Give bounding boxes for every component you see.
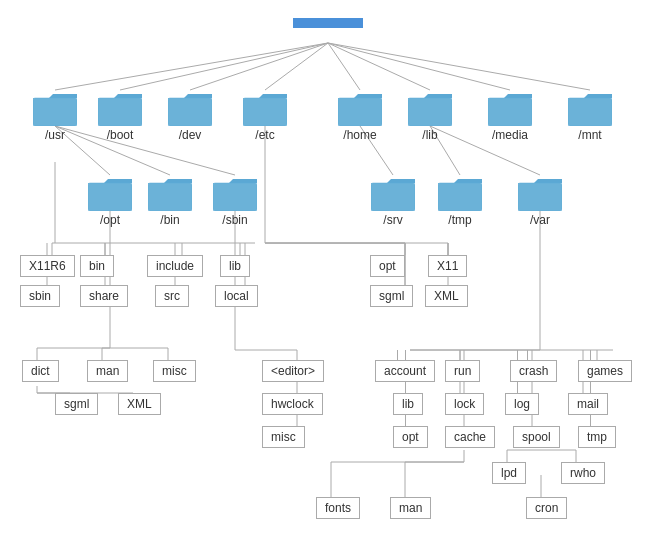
box-share: share [80, 285, 128, 307]
folder-icon-sbin [213, 175, 257, 211]
svg-rect-96 [488, 98, 532, 126]
box-lock: lock [445, 393, 484, 415]
box-dict: dict [22, 360, 59, 382]
svg-rect-114 [438, 183, 482, 211]
folder-bin: /bin [148, 175, 192, 227]
folder-label-sbin: /sbin [222, 213, 247, 227]
folder-label-media: /media [492, 128, 528, 142]
svg-rect-105 [148, 183, 192, 211]
folder-icon-var [518, 175, 562, 211]
box-cache: cache [445, 426, 495, 448]
svg-rect-99 [568, 98, 612, 126]
folder-icon-media [488, 90, 532, 126]
folder-label-bin: /bin [160, 213, 179, 227]
folder-label-boot: /boot [107, 128, 134, 142]
box-account: account [375, 360, 435, 382]
folder-dev: /dev [168, 90, 212, 142]
folder-icon-boot [98, 90, 142, 126]
folder-media: /media [488, 90, 532, 142]
box-log: log [505, 393, 539, 415]
box-bin2: bin [80, 255, 114, 277]
box-cron: cron [526, 497, 567, 519]
svg-line-2 [190, 43, 328, 90]
folder-label-srv: /srv [383, 213, 402, 227]
box-rwho: rwho [561, 462, 605, 484]
svg-line-4 [328, 43, 360, 90]
box-opt2: opt [370, 255, 405, 277]
svg-line-5 [328, 43, 430, 90]
svg-rect-117 [518, 183, 562, 211]
svg-line-0 [55, 43, 328, 90]
folder-label-var: /var [530, 213, 550, 227]
folder-icon-dev [168, 90, 212, 126]
box-mail: mail [568, 393, 608, 415]
box-spool: spool [513, 426, 560, 448]
folder-boot: /boot [98, 90, 142, 142]
box-tmp2: tmp [578, 426, 616, 448]
box-man2: man [390, 497, 431, 519]
folder-etc: /etc [243, 90, 287, 142]
folder-usr: /usr [33, 90, 77, 142]
folder-label-mnt: /mnt [578, 128, 601, 142]
box-lib2: lib [220, 255, 250, 277]
folder-tmp: /tmp [438, 175, 482, 227]
box-run: run [445, 360, 480, 382]
box-src: src [155, 285, 189, 307]
box-crash: crash [510, 360, 557, 382]
box-local: local [215, 285, 258, 307]
svg-rect-90 [338, 98, 382, 126]
box-hwclock: hwclock [262, 393, 323, 415]
folder-icon-etc [243, 90, 287, 126]
svg-rect-78 [33, 98, 77, 126]
folder-icon-home [338, 90, 382, 126]
svg-rect-84 [168, 98, 212, 126]
folder-sbin: /sbin [213, 175, 257, 227]
svg-rect-81 [98, 98, 142, 126]
box-games: games [578, 360, 632, 382]
box-misc: misc [153, 360, 196, 382]
folder-label-home: /home [343, 128, 376, 142]
folder-label-opt: /opt [100, 213, 120, 227]
svg-line-7 [328, 43, 590, 90]
box-include: include [147, 255, 203, 277]
svg-rect-108 [213, 183, 257, 211]
tree-container: /usr /boot /dev /etc /home /lib /media [0, 0, 669, 559]
box-misc2: misc [262, 426, 305, 448]
folder-icon-lib [408, 90, 452, 126]
folder-label-etc: /etc [255, 128, 274, 142]
box-man: man [87, 360, 128, 382]
box-opt3: opt [393, 426, 428, 448]
folder-lib: /lib [408, 90, 452, 142]
folder-label-dev: /dev [179, 128, 202, 142]
box-lib3: lib [393, 393, 423, 415]
folder-icon-usr [33, 90, 77, 126]
box-sbin2: sbin [20, 285, 60, 307]
box-X11: X11 [428, 255, 467, 277]
root-node [293, 18, 363, 28]
folder-mnt: /mnt [568, 90, 612, 142]
box-lpd: lpd [492, 462, 526, 484]
folder-var: /var [518, 175, 562, 227]
svg-rect-93 [408, 98, 452, 126]
box-XML2: XML [118, 393, 161, 415]
folder-icon-opt [88, 175, 132, 211]
folder-icon-mnt [568, 90, 612, 126]
folder-label-usr: /usr [45, 128, 65, 142]
folder-opt: /opt [88, 175, 132, 227]
box-sgml: sgml [370, 285, 413, 307]
folder-icon-bin [148, 175, 192, 211]
folder-icon-tmp [438, 175, 482, 211]
box-sgml2: sgml [55, 393, 98, 415]
folder-label-tmp: /tmp [448, 213, 471, 227]
svg-rect-111 [371, 183, 415, 211]
svg-line-6 [328, 43, 510, 90]
svg-rect-87 [243, 98, 287, 126]
svg-rect-102 [88, 183, 132, 211]
folder-home: /home [338, 90, 382, 142]
box-XML: XML [425, 285, 468, 307]
folder-label-lib: /lib [422, 128, 437, 142]
box-fonts: fonts [316, 497, 360, 519]
svg-line-3 [265, 43, 328, 90]
box-editor: <editor> [262, 360, 324, 382]
folder-srv: /srv [371, 175, 415, 227]
